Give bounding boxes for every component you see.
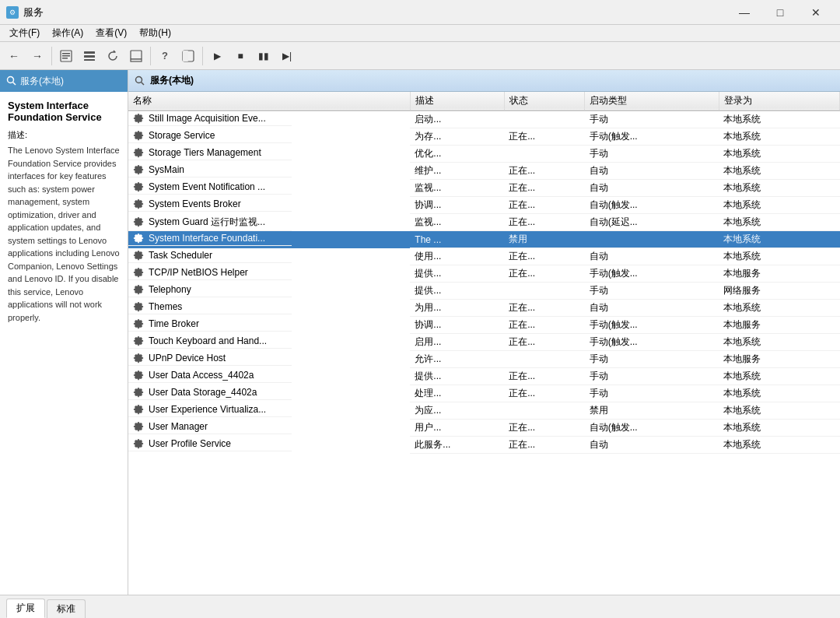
menu-view[interactable]: 查看(V)	[89, 25, 133, 41]
service-desc-cell: 提供...	[410, 368, 504, 385]
table-row[interactable]: User Profile Service此服务...正在...自动本地系统	[128, 437, 840, 454]
table-row[interactable]: User Data Storage_4402a处理...正在...手动本地系统	[128, 385, 840, 402]
toolbar-stop[interactable]: ■	[229, 45, 251, 67]
toolbar-info[interactable]	[177, 45, 199, 67]
table-row[interactable]: Storage Tiers Management优化...手动本地系统	[128, 146, 840, 163]
toolbar-back[interactable]: ←	[3, 45, 25, 67]
menu-bar: 文件(F) 操作(A) 查看(V) 帮助(H)	[0, 25, 840, 42]
service-name: User Experience Virtualiza...	[149, 404, 266, 415]
service-name: System Guard 运行时监视...	[149, 216, 265, 229]
gear-icon	[133, 335, 144, 346]
col-header-desc[interactable]: 描述	[410, 92, 504, 111]
service-login-cell: 本地系统	[719, 180, 839, 197]
close-button[interactable]: ✕	[798, 0, 834, 25]
export-icon	[130, 50, 142, 62]
col-header-status[interactable]: 状态	[504, 92, 585, 111]
service-login-cell: 本地系统	[719, 437, 839, 454]
toolbar-export[interactable]	[125, 45, 147, 67]
service-status-cell: 正在...	[504, 420, 585, 437]
minimize-button[interactable]: —	[726, 0, 762, 25]
service-name: System Events Broker	[149, 198, 241, 209]
col-header-login[interactable]: 登录为	[719, 92, 839, 111]
service-name-cell: User Profile Service	[128, 437, 292, 451]
services-tbody: Still Image Acquisition Eve...启动...手动本地系…	[128, 111, 840, 454]
service-login-cell: 本地系统	[719, 334, 839, 351]
service-startup-cell: 自动	[585, 180, 719, 197]
service-status-cell: 正在...	[504, 180, 585, 197]
toolbar-pause[interactable]: ▮▮	[253, 45, 275, 67]
service-status-cell: 正在...	[504, 128, 585, 146]
gear-icon	[133, 404, 144, 415]
menu-action[interactable]: 操作(A)	[46, 25, 89, 41]
service-desc-cell: 协调...	[410, 317, 504, 334]
service-desc-cell: 用户...	[410, 420, 504, 437]
gear-icon	[133, 284, 144, 295]
service-name: SysMain	[149, 164, 184, 175]
table-row[interactable]: UPnP Device Host允许...手动本地服务	[128, 351, 840, 368]
col-header-startup[interactable]: 启动类型	[585, 92, 719, 111]
service-login-cell: 本地系统	[719, 163, 839, 180]
table-row[interactable]: System Event Notification ...监视...正在...自…	[128, 180, 840, 197]
services-table[interactable]: 名称 描述 状态 启动类型 登录为 Still Image Acquisitio…	[128, 92, 840, 595]
service-status-cell: 正在...	[504, 265, 585, 283]
properties-icon	[60, 50, 72, 62]
service-name-cell: System Interface Foundati...	[128, 231, 292, 246]
svg-point-13	[136, 76, 142, 83]
gear-icon	[133, 130, 144, 141]
service-login-cell: 本地系统	[719, 368, 839, 385]
table-row[interactable]: Task Scheduler使用...正在...自动本地系统	[128, 248, 840, 265]
toolbar-forward[interactable]: →	[26, 45, 48, 67]
service-status-cell: 正在...	[504, 248, 585, 265]
table-row[interactable]: SysMain维护...正在...自动本地系统	[128, 163, 840, 180]
table-row[interactable]: Storage Service为存...正在...手动(触发...本地系统	[128, 128, 840, 146]
maximize-button[interactable]: □	[762, 0, 798, 25]
table-row[interactable]: TCP/IP NetBIOS Helper提供...正在...手动(触发...本…	[128, 265, 840, 283]
service-desc-cell: 使用...	[410, 248, 504, 265]
service-desc-cell: 为用...	[410, 300, 504, 317]
service-startup-cell: 手动(触发...	[585, 317, 719, 334]
menu-help[interactable]: 帮助(H)	[133, 25, 177, 41]
table-row[interactable]: Time Broker协调...正在...手动(触发...本地服务	[128, 317, 840, 334]
menu-file[interactable]: 文件(F)	[3, 25, 46, 41]
table-row[interactable]: Themes为用...正在...自动本地系统	[128, 300, 840, 317]
toolbar-step[interactable]: ▶|	[276, 45, 298, 67]
service-desc-cell: 启动...	[410, 111, 504, 128]
col-header-name[interactable]: 名称	[128, 92, 410, 111]
table-row[interactable]: User Manager用户...正在...自动(触发...本地系统	[128, 420, 840, 437]
service-desc-cell: 为存...	[410, 128, 504, 146]
service-startup-cell: 自动(触发...	[585, 420, 719, 437]
svg-rect-5	[84, 55, 95, 58]
service-desc-cell: 优化...	[410, 146, 504, 163]
svg-rect-10	[183, 51, 188, 61]
service-startup-cell: 手动	[585, 368, 719, 385]
table-row[interactable]: User Data Access_4402a提供...正在...手动本地系统	[128, 368, 840, 385]
service-status-cell: 正在...	[504, 197, 585, 214]
service-name-cell: Time Broker	[128, 317, 292, 332]
table-row[interactable]: System Interface Foundati...The ...禁用本地系…	[128, 231, 840, 248]
gear-icon	[133, 250, 144, 261]
table-row[interactable]: Touch Keyboard and Hand...启用...正在...手动(触…	[128, 334, 840, 351]
toolbar-help[interactable]: ?	[154, 45, 176, 67]
gear-icon	[133, 164, 144, 175]
service-name-cell: User Manager	[128, 420, 292, 434]
toolbar-list[interactable]	[79, 45, 100, 67]
toolbar-refresh[interactable]	[102, 45, 124, 67]
tab-extend[interactable]: 扩展	[6, 599, 45, 618]
service-status-cell: 正在...	[504, 385, 585, 402]
service-login-cell: 本地系统	[719, 197, 839, 214]
table-row[interactable]: Still Image Acquisition Eve...启动...手动本地系…	[128, 111, 840, 128]
gear-icon	[133, 147, 144, 158]
table-row[interactable]: User Experience Virtualiza...为应...禁用本地系统	[128, 402, 840, 420]
toolbar-play[interactable]: ▶	[206, 45, 228, 67]
gear-icon	[133, 181, 144, 192]
tab-standard[interactable]: 标准	[47, 599, 86, 618]
service-name-cell: Still Image Acquisition Eve...	[128, 111, 292, 126]
service-name: Themes	[149, 301, 182, 312]
table-row[interactable]: System Guard 运行时监视...监视...正在...自动(延迟...本…	[128, 214, 840, 231]
svg-rect-4	[84, 51, 95, 54]
service-name: Storage Service	[149, 130, 215, 141]
table-row[interactable]: Telephony提供...手动网络服务	[128, 283, 840, 300]
table-row[interactable]: System Events Broker协调...正在...自动(触发...本地…	[128, 197, 840, 214]
gear-icon	[133, 233, 144, 244]
toolbar-properties[interactable]	[55, 45, 77, 67]
